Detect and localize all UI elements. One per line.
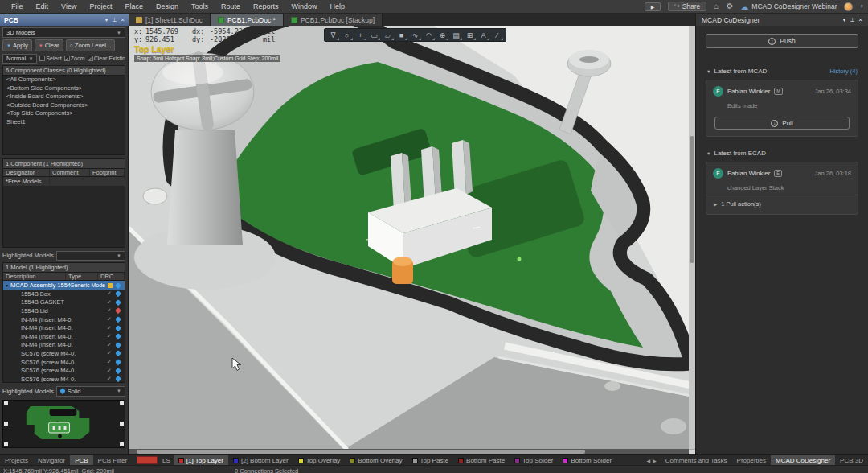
area-select-icon[interactable]: ▭ <box>367 29 381 41</box>
col-comment[interactable]: Comment <box>50 169 90 176</box>
model-checkbox[interactable]: ✓ <box>104 290 114 297</box>
chevron-down-icon[interactable]: ▾ <box>860 3 863 10</box>
model-row[interactable]: IN-M4 (insert M4-0.✓ <box>3 323 125 332</box>
doc-tab-pcb1-pcbdoc-stackup[interactable]: PCB1.PcbDoc [Stackup] <box>284 14 383 26</box>
user-avatar[interactable] <box>844 2 853 11</box>
pcb-3d-viewport[interactable]: x:1545.769dx:-5954.231mil y:926.451dy:-2… <box>129 26 695 454</box>
class-item[interactable]: Sheet1 <box>3 118 125 127</box>
panel-mode-dropdown[interactable]: 3D Models▼ <box>2 27 125 38</box>
layer-tab-bottom-solder[interactable]: Bottom Solder <box>558 455 616 465</box>
move-icon[interactable]: + <box>354 29 367 41</box>
pin-icon[interactable]: ⊥ <box>850 17 854 23</box>
filter-icon[interactable]: ∇ <box>326 29 340 41</box>
model-row[interactable]: 1554B Box✓ <box>3 290 125 298</box>
panel-tab-navigator[interactable]: Navigator <box>33 455 70 465</box>
layer-tab-1-top-layer[interactable]: [1] Top Layer <box>174 455 228 465</box>
highlighted-models-dropdown[interactable]: ▼ <box>56 251 125 261</box>
fill-mode-icon[interactable]: ■ <box>395 29 408 41</box>
doc-tab-1-sheet1-schdoc[interactable]: [1] Sheet1.SchDoc <box>129 14 211 26</box>
menu-design[interactable]: Design <box>149 2 185 11</box>
model-row[interactable]: SC576 (screw M4-0.✓ <box>3 358 125 367</box>
gear-icon[interactable]: ⚙ <box>726 2 733 10</box>
layer-tab-top-overlay[interactable]: Top Overlay <box>293 455 346 465</box>
pull-button[interactable]: ↓ Pull <box>714 117 850 130</box>
layer-stack-icon[interactable]: ▤ <box>449 29 463 41</box>
panel-tab-projects[interactable]: Projects <box>0 455 33 465</box>
home-icon[interactable]: ⌂ <box>714 2 719 10</box>
col-footprint[interactable]: Footprint <box>90 169 125 176</box>
zoom-level-button[interactable]: ○Zoom Level... <box>66 39 116 51</box>
measure-icon[interactable]: ∿ <box>408 29 422 41</box>
model-checkbox[interactable]: ✓ <box>104 333 114 339</box>
layer-tab-top-paste[interactable]: Top Paste <box>407 455 454 465</box>
menu-tools[interactable]: Tools <box>185 2 215 11</box>
layer-tab-2-bottom-layer[interactable]: [2] Bottom Layer <box>228 455 293 465</box>
class-item[interactable]: <Top Side Components> <box>3 109 125 118</box>
menu-place[interactable]: Place <box>118 2 149 11</box>
webinar-link[interactable]: ☁MCAD CoDesigner Webinar <box>740 2 837 11</box>
menu-edit[interactable]: Edit <box>30 2 55 11</box>
panel-tab-mcad-codesigner[interactable]: MCAD CoDesigner <box>771 455 835 465</box>
class-item[interactable]: <Outside Board Components> <box>3 101 125 110</box>
panel-tab-properties[interactable]: Properties <box>732 455 771 465</box>
col-type[interactable]: Type <box>66 273 98 280</box>
panel-tab-pcb[interactable]: PCB <box>70 455 92 465</box>
panel-tab-pcb-filter[interactable]: PCB Filter <box>93 455 132 465</box>
pin-icon[interactable]: ⊥ <box>112 17 117 23</box>
pan-icon[interactable]: ▱ <box>381 29 395 41</box>
model-checkbox[interactable]: ✓ <box>104 325 114 331</box>
menu-project[interactable]: Project <box>83 2 118 11</box>
checkbox-select[interactable]: Select <box>39 56 61 61</box>
menu-window[interactable]: Window <box>285 2 324 11</box>
chevron-down-icon[interactable]: ▾ <box>105 17 108 23</box>
panel-tab-pcb-3d[interactable]: PCB 3D <box>835 455 868 465</box>
menu-route[interactable]: Route <box>215 2 247 11</box>
layer-set-label[interactable]: LS <box>159 455 174 465</box>
push-button[interactable]: ↑ Push <box>706 34 858 48</box>
history-link[interactable]: History (4) <box>829 68 858 75</box>
col-drc[interactable]: DRC <box>98 273 125 280</box>
class-item[interactable]: <All Components> <box>3 76 125 84</box>
latest-from-mcad-section[interactable]: ▼ Latest from MCAD History (4) <box>696 68 868 75</box>
doc-tab-pcb1-pcbdoc[interactable]: PCB1.PcbDoc * <box>211 14 284 26</box>
class-item[interactable]: <Bottom Side Components> <box>3 84 125 93</box>
model-root-row[interactable]: ▼ MCAD Assembly 1554B Generic Mode <box>3 281 125 290</box>
snippet-icon[interactable]: ⊞ <box>463 29 477 41</box>
model-checkbox[interactable]: ✓ <box>104 307 114 314</box>
menu-help[interactable]: Help <box>324 2 352 11</box>
model-checkbox[interactable]: ✓ <box>104 299 114 306</box>
share-button[interactable]: ↪Share <box>668 2 706 11</box>
board-preview[interactable] <box>2 400 125 448</box>
menu-view[interactable]: View <box>55 2 83 11</box>
line-icon[interactable]: ∕ <box>490 29 504 41</box>
drill-icon[interactable]: ⊕ <box>436 29 449 41</box>
model-checkbox[interactable]: ✓ <box>104 350 114 356</box>
menu-file[interactable]: File <box>5 2 30 11</box>
video-call-button[interactable]: ▶ <box>645 2 661 11</box>
text-icon[interactable]: A <box>477 29 490 41</box>
checkbox-zoom[interactable]: ✓Zoom <box>64 56 85 61</box>
arc-icon[interactable]: ◠ <box>422 29 436 41</box>
col-description[interactable]: Description <box>3 273 66 280</box>
display-mode-dropdown[interactable]: Solid ▼ <box>56 386 125 397</box>
apply-button[interactable]: ▼Apply <box>2 39 32 51</box>
model-row[interactable]: IN-M4 (insert M4-0.✓ <box>3 341 125 350</box>
model-row[interactable]: SC576 (screw M4-0.✓ <box>3 349 125 358</box>
model-row[interactable]: 1554B GASKET✓ <box>3 298 125 307</box>
layer-tab-bottom-paste[interactable]: Bottom Paste <box>453 455 510 465</box>
layer-tab-top-solder[interactable]: Top Solder <box>510 455 558 465</box>
model-row[interactable]: IN-M4 (insert M4-0.✓ <box>3 332 125 341</box>
latest-from-ecad-section[interactable]: ▼ Latest from ECAD <box>696 150 868 157</box>
expand-icon[interactable]: ▼ <box>3 283 10 288</box>
clear-button[interactable]: ▼Clear <box>35 39 63 51</box>
model-row[interactable]: IN-M4 (insert M4-0.✓ <box>3 315 125 324</box>
model-checkbox[interactable]: ✓ <box>104 316 114 323</box>
close-icon[interactable]: × <box>858 16 862 23</box>
model-checkbox[interactable]: ✓ <box>104 368 114 374</box>
class-item[interactable]: <Inside Board Components> <box>3 93 125 101</box>
col-designator[interactable]: Designator <box>3 169 50 176</box>
close-icon[interactable]: × <box>121 16 125 23</box>
chevron-down-icon[interactable]: ▾ <box>843 17 846 23</box>
table-row[interactable]: *Free Models <box>3 177 125 186</box>
model-row[interactable]: SC576 (screw M4-0.✓ <box>3 366 125 375</box>
